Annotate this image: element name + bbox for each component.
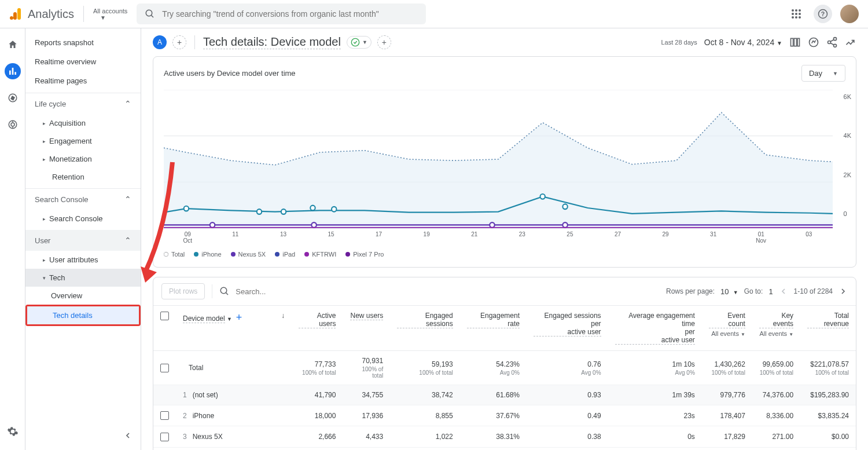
row-checkbox[interactable] — [160, 364, 169, 372]
search-input[interactable] — [162, 9, 418, 19]
nav-tech-details[interactable]: Tech details — [27, 306, 139, 324]
home-icon[interactable] — [5, 36, 21, 53]
explore-icon[interactable] — [5, 90, 21, 106]
plot-rows-button[interactable]: Plot rows — [161, 283, 205, 299]
legend-kftrwi[interactable]: KFTRWI — [304, 251, 336, 258]
search-bar[interactable] — [137, 3, 426, 24]
customize-icon[interactable] — [789, 36, 801, 48]
nav-retention[interactable]: Retention — [25, 168, 141, 186]
settings-icon[interactable] — [5, 423, 21, 440]
nav-engagement[interactable]: ▸Engagement — [25, 132, 141, 150]
svg-rect-16 — [9, 71, 11, 75]
svg-point-37 — [257, 209, 262, 214]
goto-value[interactable]: 1 — [768, 287, 773, 296]
nav-realtime-overview[interactable]: Realtime overview — [25, 52, 141, 71]
table-row[interactable]: 3Nexus 5X2,6664,4331,02238.31%0.380s17,8… — [153, 426, 856, 447]
table-toolbar: Plot rows Rows per page: 10 ▼ Go to: 1 1… — [153, 277, 856, 306]
caret-right-icon: ▸ — [43, 156, 46, 162]
column-header[interactable]: Key events — [759, 312, 793, 328]
metric-value: 37.67% — [467, 412, 520, 420]
legend-ipad[interactable]: iPad — [275, 251, 295, 258]
add-segment-button[interactable]: + — [172, 35, 186, 49]
nav-tech-overview[interactable]: Overview — [25, 287, 141, 305]
column-header[interactable]: Event count — [709, 312, 745, 328]
metric-value: 1,430,262 — [709, 360, 745, 368]
collapse-sidebar-icon[interactable] — [123, 431, 133, 442]
nav-section-user[interactable]: User⌃ — [25, 230, 141, 251]
table-row[interactable]: 41,9851,0961,38751.7%0.701m 42s44,2733,8… — [153, 447, 856, 450]
nav-tech[interactable]: ▾Tech — [25, 269, 141, 287]
table-row[interactable]: Total77,733100% of total70,931100% of to… — [153, 351, 856, 385]
row-checkbox[interactable] — [160, 411, 169, 420]
nav-section-lifecycle[interactable]: Life cycle⌃ — [25, 93, 141, 114]
column-header[interactable]: New users — [350, 312, 383, 320]
sort-icon[interactable]: ↓ — [281, 312, 285, 320]
advertising-icon[interactable] — [5, 116, 21, 133]
reports-icon[interactable] — [5, 63, 21, 79]
search-icon — [145, 9, 155, 19]
rows-per-page-value[interactable]: 10 ▼ — [720, 287, 738, 296]
table-row[interactable]: 1(not set)41,79034,75538,74261.68%0.931m… — [153, 385, 856, 405]
svg-point-5 — [792, 9, 794, 12]
svg-point-44 — [311, 222, 316, 228]
logo[interactable]: Analytics — [9, 7, 74, 21]
svg-point-22 — [351, 38, 359, 46]
dimension-selector[interactable]: Device model — [183, 314, 225, 323]
column-header[interactable]: Active users — [299, 312, 336, 328]
apps-icon[interactable] — [787, 5, 806, 23]
next-page-icon[interactable] — [838, 287, 848, 296]
metric-value: 70,931 — [350, 357, 383, 365]
nav-realtime-pages[interactable]: Realtime pages — [25, 71, 141, 90]
account-selector[interactable]: All accounts ▼ — [93, 8, 127, 21]
metric-value: 17,829 — [709, 433, 745, 441]
nav-user-attributes[interactable]: ▸User attributes — [25, 251, 141, 269]
nav-section-searchconsole[interactable]: Search Console⌃ — [25, 188, 141, 210]
metric-value: 18,000 — [299, 412, 336, 420]
add-dimension-button[interactable]: + — [236, 312, 242, 323]
user-avatar[interactable] — [840, 5, 859, 23]
table-row[interactable]: 2iPhone18,00017,9368,85537.67%0.4923s178… — [153, 405, 856, 426]
insights-icon[interactable] — [808, 36, 819, 48]
nav-acquisition[interactable]: ▸Acquisition — [25, 114, 141, 132]
legend-total[interactable]: Total — [164, 251, 185, 258]
page-range: 1-10 of 2284 — [794, 287, 833, 295]
status-pill[interactable]: ▼ — [347, 36, 372, 49]
caret-right-icon: ▸ — [43, 216, 46, 222]
prev-page-icon[interactable] — [779, 287, 788, 296]
add-comparison-button[interactable]: + — [377, 35, 391, 49]
column-filter[interactable]: All events ▼ — [709, 330, 745, 337]
legend-pixel[interactable]: Pixel 7 Pro — [345, 251, 384, 258]
metric-value: 0s — [615, 433, 695, 441]
column-header[interactable]: Total revenue — [807, 312, 849, 328]
segment-chip[interactable]: A — [153, 35, 167, 49]
metric-value: 8,855 — [397, 412, 453, 420]
nav-searchconsole[interactable]: ▸Search Console — [25, 210, 141, 228]
row-checkbox[interactable] — [160, 433, 169, 441]
column-header[interactable]: Engaged sessions — [397, 312, 453, 328]
column-header[interactable]: Engagement rate — [467, 312, 520, 328]
nav-reports-snapshot[interactable]: Reports snapshot — [25, 33, 141, 52]
granularity-selector[interactable]: Day▼ — [801, 65, 845, 82]
trend-icon[interactable] — [845, 36, 856, 48]
svg-point-29 — [834, 44, 837, 47]
nav-monetization[interactable]: ▸Monetization — [25, 150, 141, 168]
metric-value: 61.68% — [467, 391, 520, 399]
page-title: Tech details: Device model — [203, 35, 341, 49]
svg-point-3 — [146, 10, 153, 16]
chevron-down-icon: ▼ — [362, 39, 367, 45]
select-all-checkbox[interactable] — [160, 312, 169, 320]
legend-iphone[interactable]: iPhone — [194, 251, 221, 258]
svg-point-28 — [828, 41, 831, 44]
svg-line-4 — [152, 15, 154, 17]
column-header[interactable]: Engaged sessions peractive user — [534, 312, 601, 336]
table-search-input[interactable] — [236, 287, 659, 296]
date-label: Last 28 days — [661, 39, 697, 46]
column-header[interactable]: Average engagement time peractive user — [615, 312, 695, 345]
legend-nexus[interactable]: Nexus 5X — [231, 251, 266, 258]
date-range-picker[interactable]: Oct 8 - Nov 4, 2024 ▼ — [704, 38, 782, 47]
dimension-value: (not set) — [193, 391, 218, 399]
share-icon[interactable] — [826, 36, 838, 48]
column-filter[interactable]: All events ▼ — [759, 330, 793, 337]
metric-value: 77,733 — [299, 360, 336, 368]
help-icon[interactable]: ? — [814, 5, 832, 23]
